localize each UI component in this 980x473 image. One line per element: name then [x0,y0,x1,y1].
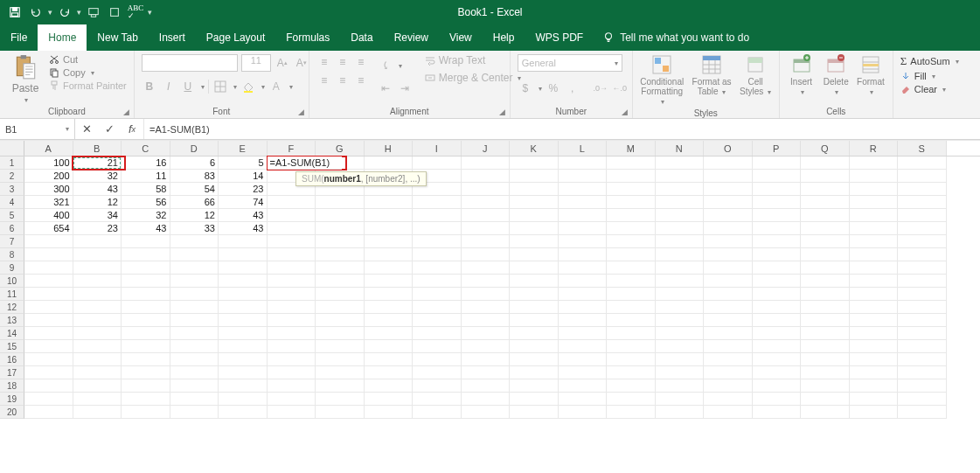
cell[interactable] [219,393,268,406]
cell[interactable] [122,379,170,393]
cell[interactable] [753,170,802,183]
clipboard-launcher[interactable]: ◢ [123,108,132,116]
cut-button[interactable]: Cut [49,54,127,65]
cell[interactable] [801,157,850,170]
cell[interactable] [559,235,608,248]
cell[interactable] [656,314,705,327]
cell[interactable]: 43 [122,222,170,235]
cell[interactable] [850,340,899,353]
cell[interactable] [607,393,656,406]
cell[interactable] [170,393,219,406]
cell[interactable]: 34 [73,209,122,222]
cell[interactable] [73,353,122,366]
cell[interactable] [365,235,414,248]
borders-button[interactable] [212,79,228,94]
cell[interactable] [898,353,947,366]
cell[interactable] [73,379,122,393]
format-painter-button[interactable]: Format Painter [49,80,127,91]
cell[interactable] [704,314,753,327]
col-header-K[interactable]: K [510,141,559,156]
cell[interactable] [510,222,559,235]
cell[interactable] [753,248,802,261]
row-header-9[interactable]: 9 [0,261,24,275]
cell[interactable] [850,222,899,235]
cell[interactable] [801,314,850,327]
cell[interactable] [753,157,802,170]
cell[interactable] [607,209,656,222]
cell[interactable] [365,196,414,209]
cell[interactable] [170,275,219,288]
cell[interactable] [268,379,316,393]
cell[interactable]: 11 [122,170,170,183]
cell[interactable] [510,170,559,183]
cell[interactable] [898,248,947,261]
cell[interactable] [24,288,73,301]
row-header-20[interactable]: 20 [0,406,24,419]
undo-icon[interactable] [26,3,45,22]
align-right-icon[interactable]: ≡ [353,73,369,88]
cell[interactable] [24,248,73,261]
tab-data[interactable]: Data [340,24,383,51]
cell[interactable] [122,248,170,261]
align-center-icon[interactable]: ≡ [335,73,351,88]
cell[interactable] [219,379,268,393]
cell[interactable] [365,157,414,170]
cell[interactable] [413,275,462,288]
row-header-16[interactable]: 16 [0,353,24,366]
font-name-combo[interactable] [142,54,238,72]
cell[interactable] [850,288,899,301]
fill-color-button[interactable] [240,79,256,94]
cell[interactable]: 12 [170,209,219,222]
cell[interactable] [219,235,268,248]
cell[interactable] [850,301,899,314]
cell[interactable] [753,327,802,340]
conditional-formatting-button[interactable]: Conditional Formatting ▾ [640,54,685,107]
cell[interactable] [559,288,608,301]
cell[interactable] [316,366,365,379]
cell[interactable] [607,222,656,235]
cell[interactable] [365,379,414,393]
cell[interactable] [122,288,170,301]
cell[interactable] [24,275,73,288]
decrease-decimal-icon[interactable]: ←.0 [612,80,628,96]
cell[interactable] [462,157,511,170]
cell[interactable] [656,196,705,209]
clear-button[interactable]: Clear ▾ [900,84,959,94]
cell[interactable] [801,393,850,406]
align-left-icon[interactable]: ≡ [316,73,332,88]
cell[interactable] [704,340,753,353]
cell[interactable] [462,301,511,314]
cell[interactable] [24,301,73,314]
cell[interactable] [268,327,316,340]
cell[interactable] [704,327,753,340]
cell[interactable] [704,157,753,170]
cell[interactable] [510,393,559,406]
cell[interactable] [365,340,414,353]
cell[interactable]: 43 [73,183,122,196]
font-launcher[interactable]: ◢ [298,108,307,116]
cell[interactable]: 43 [219,209,268,222]
cell[interactable] [898,261,947,275]
row-header-18[interactable]: 18 [0,379,24,393]
cell[interactable] [510,301,559,314]
cell[interactable] [607,340,656,353]
cell[interactable]: 654 [24,222,73,235]
select-all-corner[interactable] [0,141,24,156]
save-icon[interactable] [5,3,24,22]
cell[interactable]: 56 [122,196,170,209]
col-header-C[interactable]: C [122,141,170,156]
bold-button[interactable]: B [142,79,157,94]
cell[interactable]: 200 [24,170,73,183]
row-header-7[interactable]: 7 [0,235,24,248]
cell[interactable] [24,406,73,419]
cell[interactable] [170,314,219,327]
cell[interactable] [268,248,316,261]
cell[interactable] [73,406,122,419]
cell[interactable] [268,314,316,327]
cell[interactable] [365,327,414,340]
cell[interactable] [462,314,511,327]
col-header-I[interactable]: I [413,141,462,156]
cell[interactable] [122,301,170,314]
cell[interactable] [607,183,656,196]
cell[interactable] [122,393,170,406]
